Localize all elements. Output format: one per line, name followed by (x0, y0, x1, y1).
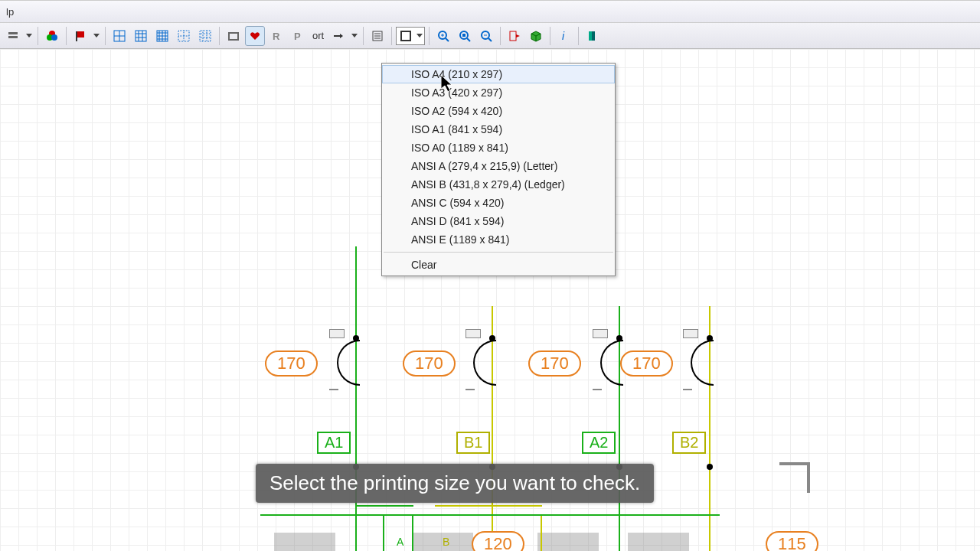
toolbar-grid3-icon[interactable] (152, 26, 172, 46)
dropdown-iso-a2[interactable]: ISO A2 (594 x 420) (382, 102, 615, 120)
dropdown-ansi-a[interactable]: ANSI A (279,4 x 215,9) (Letter) (382, 157, 615, 175)
svg-rect-10 (136, 31, 146, 41)
toolbar-r-icon[interactable]: R (266, 26, 286, 46)
toolbar-pagesize-icon[interactable] (397, 28, 415, 44)
toolbar-zoomfit-icon[interactable] (455, 26, 475, 46)
toolbar-grid4-icon[interactable] (174, 26, 194, 46)
toolbar-export-icon[interactable] (505, 26, 524, 46)
toolbar-ort-label: ort (309, 30, 327, 41)
toolbar-pagesize-combo[interactable] (396, 27, 425, 45)
svg-rect-25 (200, 31, 211, 41)
dropdown-clear[interactable]: Clear (382, 256, 615, 274)
toolbar-pagesize-dropdown[interactable] (415, 28, 424, 44)
menubar: lp (0, 0, 980, 23)
toolbar-layers-dropdown[interactable] (24, 34, 34, 37)
toolbar-cube-icon[interactable] (526, 26, 546, 46)
bottom-value-2: 115 (766, 531, 818, 551)
bottom-letter-b: B (443, 536, 449, 548)
toolbar: R P ort i (0, 23, 980, 49)
toolbar-box-icon[interactable] (224, 26, 243, 46)
toolbar-zoomin-icon[interactable] (433, 26, 453, 46)
toolbar-list-icon[interactable] (368, 26, 387, 46)
dropdown-ansi-e[interactable]: ANSI E (1189 x 841) (382, 230, 615, 249)
toolbar-p-icon[interactable]: P (288, 26, 308, 46)
toolbar-grid2-icon[interactable] (131, 26, 151, 46)
dropdown-iso-a1[interactable]: ISO A1 (841 x 594) (382, 120, 615, 139)
svg-text:i: i (562, 30, 565, 42)
svg-point-4 (51, 34, 57, 41)
label-b2: B2 (672, 432, 706, 454)
dropdown-ansi-b[interactable]: ANSI B (431,8 x 279,4) (Ledger) (382, 175, 615, 194)
svg-rect-58 (592, 31, 595, 41)
label-a1: A1 (317, 432, 351, 454)
toolbar-rgb-circles-icon[interactable] (42, 26, 62, 46)
value-2: 170 (403, 350, 456, 377)
toolbar-arrow-dropdown[interactable] (350, 34, 359, 37)
menu-help[interactable]: lp (2, 6, 18, 18)
pagesize-dropdown: ISO A4 (210 x 297) ISO A3 (420 x 297) IS… (381, 63, 616, 276)
svg-rect-39 (401, 31, 410, 41)
svg-text:P: P (294, 31, 301, 42)
label-a2: A2 (582, 432, 616, 454)
svg-rect-46 (462, 34, 466, 37)
svg-line-48 (488, 38, 492, 41)
svg-rect-1 (8, 36, 18, 38)
tooltip: Select the printing size you want to che… (256, 464, 654, 503)
svg-text:R: R (273, 31, 280, 42)
svg-rect-5 (77, 31, 84, 37)
svg-marker-51 (516, 34, 520, 37)
bottom-letter-a: A (397, 536, 403, 548)
svg-marker-34 (340, 34, 343, 38)
bottom-value-1: 120 (472, 531, 524, 551)
svg-rect-0 (8, 32, 18, 34)
svg-rect-50 (510, 31, 516, 41)
toolbar-flag-dropdown[interactable] (92, 34, 101, 37)
value-3: 170 (528, 350, 581, 377)
toolbar-layers-icon[interactable] (3, 26, 23, 46)
dropdown-iso-a4[interactable]: ISO A4 (210 x 297) (382, 65, 615, 83)
toolbar-info-icon[interactable]: i (554, 26, 574, 46)
toolbar-arrow-icon[interactable] (328, 26, 348, 46)
svg-rect-30 (229, 33, 238, 40)
toolbar-exit-icon[interactable] (583, 26, 603, 46)
dropdown-iso-a0[interactable]: ISO A0 (1189 x 841) (382, 139, 615, 157)
toolbar-zoomout-icon[interactable] (476, 26, 496, 46)
svg-line-41 (446, 38, 449, 41)
toolbar-grid1-icon[interactable] (109, 26, 129, 46)
toolbar-grid5-icon[interactable] (195, 26, 215, 46)
value-1: 170 (265, 350, 318, 377)
dropdown-ansi-c[interactable]: ANSI C (594 x 420) (382, 194, 615, 212)
toolbar-heart-icon[interactable] (245, 26, 265, 46)
toolbar-red-flag-icon[interactable] (70, 26, 90, 46)
dropdown-ansi-d[interactable]: ANSI D (841 x 594) (382, 212, 615, 230)
value-4: 170 (620, 350, 673, 377)
label-b1: B1 (456, 432, 490, 454)
dropdown-iso-a3[interactable]: ISO A3 (420 x 297) (382, 83, 615, 102)
svg-line-45 (467, 38, 470, 41)
